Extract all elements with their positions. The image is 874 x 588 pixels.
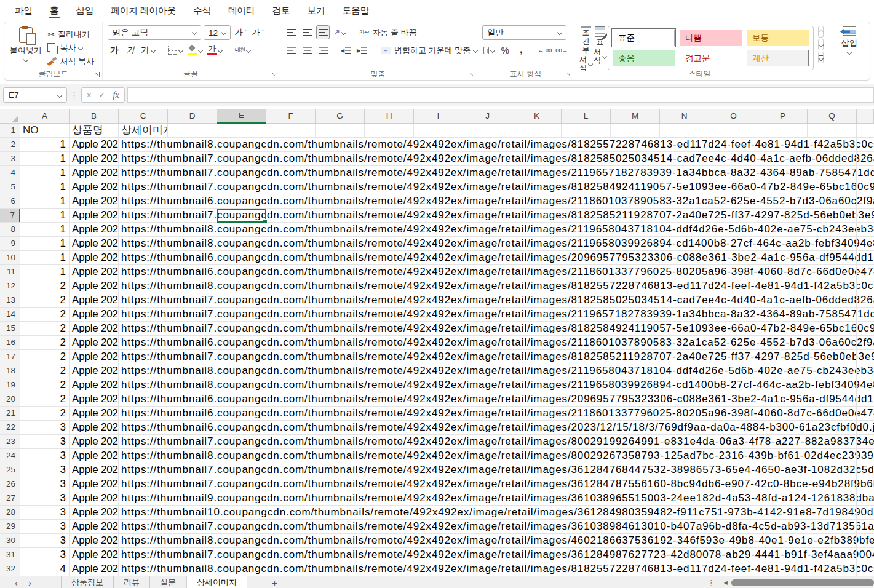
align-left-button[interactable] — [284, 43, 298, 57]
cell-A22[interactable]: 3 — [20, 421, 70, 434]
cell-B28[interactable]: Apple 202 — [70, 506, 119, 519]
cell-B27[interactable]: Apple 202 — [70, 491, 119, 505]
cell-K1[interactable] — [512, 124, 562, 137]
insert-function-icon[interactable]: fx — [113, 90, 119, 100]
cell-C16[interactable]: https://thumbnail6.coupangcdn.com/thumbn… — [119, 336, 874, 349]
row-header-5[interactable]: 5 — [0, 180, 20, 194]
menu-tab-삽입[interactable]: 삽입 — [68, 0, 103, 21]
cell-A23[interactable]: 3 — [20, 435, 70, 448]
cell-B24[interactable]: Apple 202 — [70, 449, 119, 463]
cell-A21[interactable]: 2 — [20, 407, 70, 420]
cell-C25[interactable]: https://thumbnail7.coupangcdn.com/thumbn… — [119, 463, 874, 477]
formula-input[interactable] — [127, 87, 874, 103]
row-header-9[interactable]: 9 — [0, 237, 20, 250]
cell-C12[interactable]: https://thumbnail8.coupangcdn.com/thumbn… — [119, 279, 874, 293]
wrap-text-button[interactable]: 가↩ 자동 줄 바꿈 — [357, 26, 419, 39]
row-header-6[interactable]: 6 — [0, 194, 20, 208]
cell-C29[interactable]: https://thumbnail7.coupangcdn.com/thumbn… — [119, 520, 874, 533]
alignment-dialog-launcher-icon[interactable] — [469, 72, 474, 77]
decrease-font-size-button[interactable]: 가ˇ — [250, 26, 265, 40]
cell-B3[interactable]: Apple 202 — [70, 152, 119, 165]
column-header-F[interactable]: F — [266, 109, 316, 124]
cell-C31[interactable]: https://thumbnail7.coupangcdn.com/thumbn… — [119, 548, 874, 562]
phonetic-guide-button[interactable]: 내천 — [234, 43, 252, 57]
cell-A3[interactable]: 1 — [20, 152, 70, 165]
cell-C28[interactable]: https://thumbnail10.coupangcdn.com/thumb… — [119, 506, 874, 519]
select-all-corner[interactable] — [0, 109, 20, 124]
row-header-32[interactable]: 32 — [0, 562, 20, 576]
cell-F1[interactable] — [266, 124, 316, 137]
column-header-B[interactable]: B — [70, 109, 119, 124]
menu-tab-페이지 레이아웃[interactable]: 페이지 레이아웃 — [103, 0, 185, 21]
row-header-22[interactable]: 22 — [0, 421, 20, 434]
name-box[interactable]: E7 — [3, 87, 67, 103]
cell-A10[interactable]: 1 — [20, 251, 70, 264]
cell-G1[interactable] — [316, 124, 365, 137]
font-name-combo[interactable]: 맑은 고딕 — [108, 25, 201, 40]
increase-indent-button[interactable]: ▶ — [356, 43, 369, 57]
column-header-L[interactable]: L — [562, 109, 611, 124]
cell-C30[interactable]: https://thumbnail8.coupangcdn.com/thumbn… — [119, 534, 874, 547]
row-header-7[interactable]: 7 — [0, 209, 20, 222]
column-header-G[interactable]: G — [316, 109, 365, 124]
sheet-tab-설문[interactable]: 설문 — [150, 576, 186, 588]
cell-A28[interactable]: 3 — [20, 506, 70, 519]
cell-style-보통[interactable]: 보통 — [747, 30, 809, 46]
scroll-left-icon[interactable]: ◀ — [724, 580, 728, 586]
cell-B21[interactable]: Apple 202 — [70, 407, 119, 420]
add-sheet-button[interactable]: + — [268, 576, 281, 588]
cell-C18[interactable]: https://thumbnail8.coupangcdn.com/thumbn… — [119, 364, 874, 378]
cell-B2[interactable]: Apple 202 — [70, 138, 119, 151]
column-header-D[interactable]: D — [168, 109, 217, 124]
cell-C8[interactable]: https://thumbnail8.coupangcdn.com/thumbn… — [119, 223, 874, 236]
cell-C14[interactable]: https://thumbnail7.coupangcdn.com/thumbn… — [119, 308, 874, 321]
row-header-4[interactable]: 4 — [0, 166, 20, 180]
menu-tab-데이터[interactable]: 데이터 — [220, 0, 264, 21]
row-header-28[interactable]: 28 — [0, 506, 20, 519]
tab-splitter-icon[interactable]: ⋮ — [707, 578, 715, 587]
row-header-30[interactable]: 30 — [0, 534, 20, 547]
orientation-button[interactable]: ↗ — [332, 25, 347, 39]
row-header-24[interactable]: 24 — [0, 449, 20, 463]
cell-A27[interactable]: 3 — [20, 491, 70, 505]
sheet-tab-상품정보[interactable]: 상품정보 — [61, 576, 114, 588]
cell-L1[interactable] — [562, 124, 611, 137]
cell-C2[interactable]: https://thumbnail8.coupangcdn.com/thumbn… — [119, 138, 874, 151]
italic-button[interactable]: 가 — [124, 43, 137, 57]
number-format-combo[interactable]: 일반 — [482, 25, 566, 40]
cell-B30[interactable]: Apple 202 — [70, 534, 119, 547]
column-header-E[interactable]: E — [217, 109, 266, 124]
cell-A5[interactable]: 1 — [20, 180, 70, 194]
cell-C11[interactable]: https://thumbnail6.coupangcdn.com/thumbn… — [119, 265, 874, 279]
menu-tab-검토[interactable]: 검토 — [264, 0, 299, 21]
top-align-button[interactable] — [284, 25, 298, 39]
row-header-23[interactable]: 23 — [0, 435, 20, 448]
cell-B25[interactable]: Apple 202 — [70, 463, 119, 477]
sheet-nav-next-icon[interactable]: › — [28, 578, 31, 588]
increase-font-size-button[interactable]: 가ˆ — [233, 26, 248, 40]
row-header-11[interactable]: 11 — [0, 265, 20, 279]
cell-style-계산[interactable]: 계산 — [747, 50, 809, 66]
font-size-combo[interactable]: 12 — [204, 25, 231, 40]
sheet-tab-상세이미지[interactable]: 상세이미지 — [186, 576, 247, 588]
cell-A16[interactable]: 2 — [20, 336, 70, 349]
column-header-J[interactable]: J — [463, 109, 512, 124]
column-header-M[interactable]: M — [611, 109, 660, 124]
row-header-1[interactable]: 1 — [0, 124, 20, 137]
cell-A32[interactable]: 4 — [20, 562, 70, 576]
cell-A13[interactable]: 2 — [20, 293, 70, 307]
increase-decimal-button[interactable]: ←.00 — [538, 43, 552, 57]
comma-style-button[interactable]: , — [514, 43, 528, 57]
align-right-button[interactable] — [316, 43, 330, 57]
row-header-13[interactable]: 13 — [0, 293, 20, 307]
insert-cells-button[interactable]: 삽입 — [825, 22, 870, 80]
cell-Q1[interactable] — [808, 124, 857, 137]
cell-B13[interactable]: Apple 202 — [70, 293, 119, 307]
row-header-31[interactable]: 31 — [0, 548, 20, 562]
cell-style-경고문[interactable]: 경고문 — [680, 50, 742, 66]
cell-C10[interactable]: https://thumbnail6.coupangcdn.com/thumbn… — [119, 251, 874, 264]
column-header-Q[interactable]: Q — [808, 109, 857, 124]
row-header-29[interactable]: 29 — [0, 520, 20, 533]
cell-C3[interactable]: https://thumbnail7.coupangcdn.com/thumbn… — [119, 152, 874, 165]
cell-B22[interactable]: Apple 202 — [70, 421, 119, 434]
